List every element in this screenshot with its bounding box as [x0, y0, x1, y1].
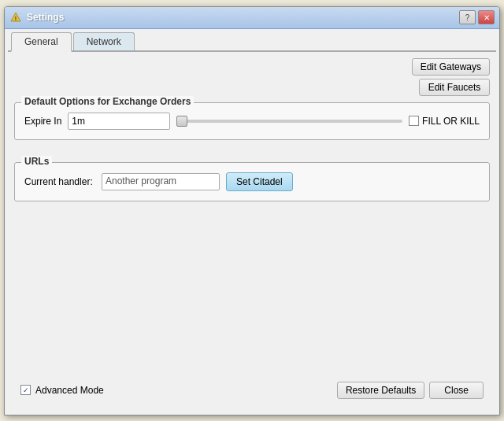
settings-window: ! Settings ? ✕ General Network Edit Gate…	[4, 6, 500, 415]
window-content: General Network Edit Gateways Edit Fauce…	[5, 29, 499, 415]
current-handler-value: Another program	[102, 173, 220, 190]
expire-slider[interactable]	[176, 120, 402, 123]
advanced-mode-checkbox[interactable]: ✓	[20, 385, 31, 395]
set-citadel-button[interactable]: Set Citadel	[226, 172, 293, 191]
fill-kill-label: FILL OR KILL	[422, 116, 480, 127]
slider-container	[176, 120, 402, 123]
expire-in-input[interactable]	[68, 113, 170, 130]
svg-text:!: !	[15, 16, 17, 21]
title-bar-buttons: ? ✕	[459, 10, 495, 24]
handler-row: Current handler: Another program Set Cit…	[24, 172, 480, 191]
edit-faucets-button[interactable]: Edit Faucets	[419, 79, 490, 96]
advanced-mode-row: ✓ Advanced Mode	[20, 385, 104, 396]
title-bar: ! Settings ? ✕	[5, 7, 499, 29]
bottom-right-buttons: Restore Defaults Close	[337, 382, 484, 399]
fill-kill-checkbox[interactable]	[409, 116, 419, 126]
top-buttons-area: Edit Gateways Edit Faucets	[14, 58, 490, 96]
restore-defaults-button[interactable]: Restore Defaults	[337, 382, 424, 399]
default-options-label: Default Options for Exchange Orders	[21, 96, 194, 107]
tab-content-general: Edit Gateways Edit Faucets Default Optio…	[8, 52, 496, 412]
urls-group-label: URLs	[21, 156, 52, 167]
urls-group: URLs Current handler: Another program Se…	[14, 162, 490, 201]
bottom-bar: ✓ Advanced Mode Restore Defaults Close	[14, 377, 490, 405]
fill-kill-row: FILL OR KILL	[409, 116, 480, 127]
checkbox-check-icon: ✓	[23, 386, 29, 394]
window-close-button[interactable]: ✕	[478, 10, 495, 24]
edit-gateways-button[interactable]: Edit Gateways	[412, 58, 490, 76]
current-handler-label: Current handler:	[24, 176, 95, 187]
tab-network[interactable]: Network	[73, 32, 135, 50]
spacer-1	[14, 150, 490, 162]
expire-in-label: Expire In	[24, 116, 61, 127]
tab-general[interactable]: General	[11, 32, 72, 52]
expire-row: Expire In FILL OR KILL	[24, 113, 480, 130]
help-button[interactable]: ?	[459, 10, 476, 24]
spacer-2	[14, 208, 490, 377]
window-icon: !	[9, 11, 22, 24]
window-title: Settings	[27, 12, 459, 23]
close-button[interactable]: Close	[429, 382, 484, 399]
advanced-mode-label: Advanced Mode	[35, 385, 104, 396]
tabs-bar: General Network	[8, 32, 496, 52]
default-options-group: Default Options for Exchange Orders Expi…	[14, 102, 490, 140]
